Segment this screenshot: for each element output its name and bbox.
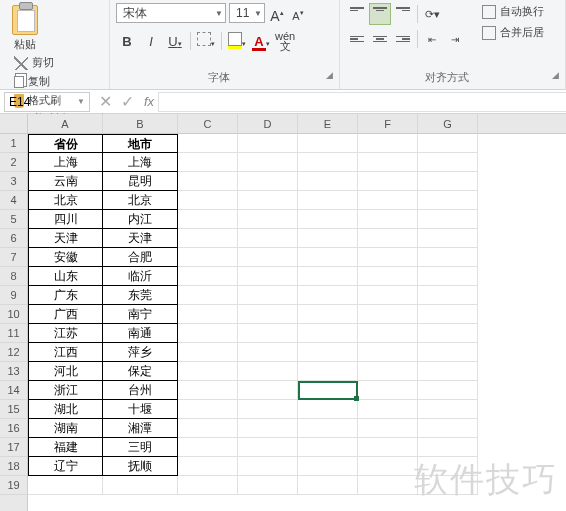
cell[interactable] (358, 248, 418, 267)
cell[interactable]: 北京 (28, 191, 103, 210)
cell[interactable]: 湖南 (28, 419, 103, 438)
cell[interactable]: 省份 (28, 134, 103, 153)
cell[interactable]: 抚顺 (103, 457, 178, 476)
cell[interactable] (298, 172, 358, 191)
row-header[interactable]: 16 (0, 419, 27, 438)
cell[interactable] (238, 286, 298, 305)
decrease-font-button[interactable]: A▾ (289, 3, 307, 23)
column-header[interactable]: D (238, 114, 298, 133)
row-header[interactable]: 1 (0, 134, 27, 153)
cell[interactable] (178, 343, 238, 362)
cell[interactable]: 南通 (103, 324, 178, 343)
cell[interactable] (103, 476, 178, 495)
cell[interactable] (358, 324, 418, 343)
cell[interactable]: 上海 (103, 153, 178, 172)
font-color-button[interactable]: A▾ (250, 30, 272, 52)
cell[interactable] (178, 400, 238, 419)
font-name-combo[interactable]: 宋体▼ (116, 3, 226, 23)
cell[interactable] (178, 210, 238, 229)
cell[interactable] (238, 248, 298, 267)
cell[interactable] (418, 419, 478, 438)
merge-center-button[interactable]: 合并后居 (478, 24, 548, 41)
cell[interactable] (178, 286, 238, 305)
row-header[interactable]: 13 (0, 362, 27, 381)
border-button[interactable]: ▾ (195, 30, 217, 52)
cell[interactable]: 天津 (28, 229, 103, 248)
cell[interactable] (298, 153, 358, 172)
cell[interactable] (298, 476, 358, 495)
cell[interactable] (418, 400, 478, 419)
cell[interactable] (358, 286, 418, 305)
cell[interactable] (178, 419, 238, 438)
cell[interactable] (238, 134, 298, 153)
underline-button[interactable]: U▾ (164, 30, 186, 52)
cut-button[interactable]: 剪切 (10, 54, 103, 71)
cell[interactable] (298, 419, 358, 438)
enter-fx-button[interactable]: ✓ (116, 92, 138, 111)
name-box[interactable]: E14▼ (4, 92, 90, 112)
cell[interactable] (418, 210, 478, 229)
cell[interactable] (298, 134, 358, 153)
alignment-expander-icon[interactable]: ◢ (552, 70, 559, 80)
cell[interactable] (358, 381, 418, 400)
cell[interactable] (298, 248, 358, 267)
cell[interactable] (298, 229, 358, 248)
formula-input[interactable] (158, 92, 566, 112)
cell[interactable] (238, 305, 298, 324)
row-header[interactable]: 17 (0, 438, 27, 457)
cell[interactable] (358, 153, 418, 172)
align-right-button[interactable] (392, 28, 414, 50)
cell[interactable] (358, 191, 418, 210)
cell[interactable]: 天津 (103, 229, 178, 248)
font-expander-icon[interactable]: ◢ (326, 70, 333, 80)
cell[interactable] (238, 343, 298, 362)
cell[interactable] (418, 305, 478, 324)
cell[interactable] (358, 172, 418, 191)
bold-button[interactable]: B (116, 30, 138, 52)
cell[interactable] (238, 210, 298, 229)
cell[interactable]: 江苏 (28, 324, 103, 343)
cell[interactable]: 湖北 (28, 400, 103, 419)
cell[interactable]: 上海 (28, 153, 103, 172)
cell[interactable] (358, 267, 418, 286)
fx-label[interactable]: fx (144, 94, 154, 109)
column-header[interactable]: E (298, 114, 358, 133)
cell[interactable] (418, 172, 478, 191)
cell[interactable]: 台州 (103, 381, 178, 400)
cell[interactable] (418, 267, 478, 286)
align-top-left-button[interactable] (346, 3, 368, 25)
cell[interactable] (298, 210, 358, 229)
cell[interactable] (358, 476, 418, 495)
cell[interactable] (358, 343, 418, 362)
cell[interactable] (238, 438, 298, 457)
cell[interactable] (298, 381, 358, 400)
cell[interactable] (298, 191, 358, 210)
row-header[interactable]: 11 (0, 324, 27, 343)
cell[interactable] (238, 419, 298, 438)
cell[interactable] (178, 381, 238, 400)
cell[interactable] (358, 210, 418, 229)
cell[interactable] (358, 400, 418, 419)
cell[interactable] (298, 305, 358, 324)
cell[interactable] (298, 362, 358, 381)
cell[interactable] (178, 438, 238, 457)
row-header[interactable]: 10 (0, 305, 27, 324)
row-header[interactable]: 18 (0, 457, 27, 476)
cell[interactable]: 东莞 (103, 286, 178, 305)
column-header[interactable]: F (358, 114, 418, 133)
cell[interactable] (358, 362, 418, 381)
cell[interactable] (298, 400, 358, 419)
align-center-button[interactable] (369, 28, 391, 50)
cell[interactable] (28, 476, 103, 495)
cell[interactable]: 临沂 (103, 267, 178, 286)
cell[interactable]: 合肥 (103, 248, 178, 267)
cell[interactable] (238, 457, 298, 476)
cell[interactable] (178, 153, 238, 172)
cell[interactable] (358, 419, 418, 438)
select-all-corner[interactable] (0, 114, 27, 134)
cell[interactable] (298, 438, 358, 457)
font-size-combo[interactable]: 11▼ (229, 3, 265, 23)
row-header[interactable]: 8 (0, 267, 27, 286)
cell[interactable] (298, 457, 358, 476)
cell[interactable] (238, 362, 298, 381)
